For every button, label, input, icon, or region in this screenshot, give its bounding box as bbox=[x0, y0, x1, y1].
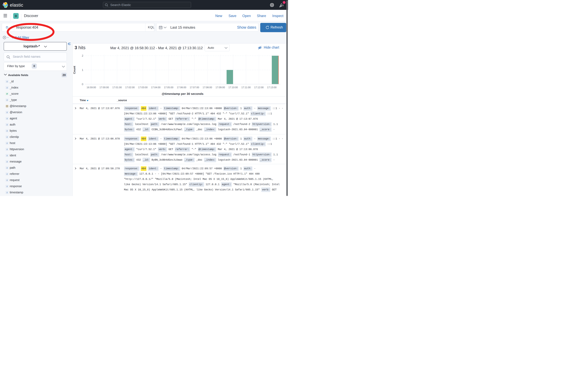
svg-text:0: 0 bbox=[82, 83, 83, 86]
svg-text:17:01:00: 17:01:00 bbox=[112, 86, 122, 89]
svg-text:17:08:00: 17:08:00 bbox=[203, 86, 212, 89]
svg-text:17:11:00: 17:11:00 bbox=[241, 86, 251, 89]
svg-text:17:04:00: 17:04:00 bbox=[151, 86, 160, 89]
svg-text:17:00:00: 17:00:00 bbox=[99, 86, 109, 89]
svg-text:16:59:00: 16:59:00 bbox=[86, 86, 96, 89]
svg-text:17:12:00: 17:12:00 bbox=[254, 86, 264, 89]
svg-text:17:05:00: 17:05:00 bbox=[164, 86, 173, 89]
svg-text:17:02:00: 17:02:00 bbox=[125, 86, 135, 89]
svg-text:2: 2 bbox=[82, 54, 83, 57]
svg-text:@timestamp per 30 seconds: @timestamp per 30 seconds bbox=[162, 92, 203, 95]
svg-text:17:06:00: 17:06:00 bbox=[177, 86, 186, 89]
svg-text:17:10:00: 17:10:00 bbox=[228, 86, 238, 89]
svg-text:17:03:00: 17:03:00 bbox=[138, 86, 148, 89]
svg-text:17:07:00: 17:07:00 bbox=[190, 86, 199, 89]
svg-text:17:13:00: 17:13:00 bbox=[267, 86, 277, 89]
svg-text:1: 1 bbox=[82, 69, 83, 72]
svg-text:17:09:00: 17:09:00 bbox=[215, 86, 225, 89]
svg-text:Count: Count bbox=[73, 66, 76, 74]
